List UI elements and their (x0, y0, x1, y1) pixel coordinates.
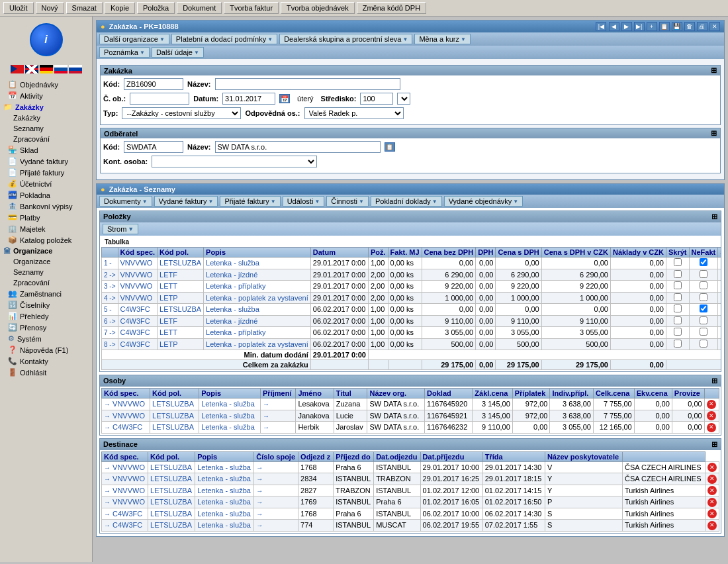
nav-prev[interactable]: ◀ (609, 22, 619, 31)
skryt-checkbox[interactable] (674, 293, 682, 301)
skryt-checkbox[interactable] (674, 340, 682, 348)
tab-platebni-podmínky[interactable]: Platební a dodací podmínky ▼ (171, 34, 277, 44)
row-skryt[interactable] (666, 327, 689, 339)
nazev2-input[interactable] (215, 141, 381, 153)
delete-destinace-button[interactable]: ✕ (707, 521, 717, 530)
sidebar-item-kontakty[interactable]: 📞 Kontakty (0, 355, 92, 367)
sidebar-item-ciselniky[interactable]: 🔢 Číselníky (0, 299, 92, 310)
nav-first[interactable]: |◀ (596, 22, 606, 31)
sidebar-item-katalog-polozek[interactable]: 📦 Katalog položek (0, 234, 92, 246)
row-nefakt[interactable] (689, 327, 718, 339)
flag-sk[interactable] (54, 65, 68, 73)
kod2-input[interactable] (124, 141, 183, 153)
sidebar-item-seznamy2[interactable]: Seznamy (0, 267, 92, 277)
kopie-button[interactable]: Kopie (105, 2, 135, 14)
row-skryt[interactable] (666, 338, 689, 350)
skryt-checkbox[interactable] (674, 281, 682, 289)
row-nefakt[interactable] (689, 292, 718, 304)
tab-dalsi-udaje[interactable]: Další údaje ▼ (152, 47, 204, 58)
skryt-checkbox[interactable] (674, 258, 682, 266)
polozka-button[interactable]: Položka (137, 2, 175, 14)
row-skryt[interactable] (666, 292, 689, 304)
sidebar-item-odhlasit[interactable]: 🚪 Odhlásit (0, 367, 92, 378)
row-nefakt[interactable] (689, 315, 718, 327)
destinace-row[interactable]: → VNVVWO LETSLUZBA Letenka - služba → 17… (102, 496, 719, 508)
skryt-checkbox[interactable] (674, 270, 682, 278)
sidebar-item-zamestnanci[interactable]: 👥 Zaměstnanci (0, 288, 92, 299)
row-sumfakt[interactable] (718, 315, 721, 327)
nav-next[interactable]: ▶ (621, 22, 632, 31)
row-skryt[interactable] (666, 269, 689, 281)
sidebar-item-majetek[interactable]: 🏢 Majetek (0, 223, 92, 234)
nefakt-checkbox[interactable] (700, 270, 707, 278)
polozky-row[interactable]: 4 -> VNVVWO LETP Letenka - poplatek za v… (102, 292, 721, 304)
polozky-row[interactable]: 8 -> C4W3FC LETP Letenka - poplatek za v… (102, 338, 721, 350)
novy-button[interactable]: Nový (36, 2, 64, 14)
row-sumfakt[interactable] (718, 327, 721, 339)
stredisko-select[interactable] (397, 93, 410, 105)
sidebar-item-vydane-faktury[interactable]: 📄 Vydané faktury (0, 156, 92, 167)
flag-cz[interactable] (11, 65, 24, 73)
delete-osoba-button[interactable]: ✕ (707, 400, 716, 409)
destinace-row[interactable]: → VNVVWO LETSLUZBA Letenka - služba → 28… (102, 485, 719, 496)
tab-pokladni-doklady[interactable]: Pokladní doklady▼ (371, 196, 442, 207)
skryt-checkbox[interactable] (674, 305, 682, 312)
row-nefakt[interactable] (689, 338, 718, 350)
destinace-row[interactable]: → VNVVWO LETSLUZBA Letenka - služba → 17… (102, 461, 719, 473)
nefakt-checkbox[interactable] (700, 340, 707, 348)
nefakt-checkbox[interactable] (700, 281, 707, 289)
sidebar-item-system[interactable]: ⚙ Systém (0, 333, 92, 344)
osoby-row[interactable]: → VNVVWO LETSLUZBA Letenka - služba → Ja… (102, 410, 719, 422)
sidebar-item-organizace[interactable]: 🏛 Organizace (0, 246, 92, 256)
tab-udalosti[interactable]: Události▼ (283, 196, 325, 207)
tab-dokumenty[interactable]: Dokumenty▼ (99, 196, 152, 207)
smazat-button[interactable]: Smazat (66, 2, 103, 14)
odberatel-expand-icon[interactable]: ⊞ (711, 129, 717, 138)
nefakt-checkbox[interactable] (700, 316, 707, 324)
polozky-row[interactable]: 5 - C4W3FC LETSLUZBA Letenka - služba 06… (102, 304, 721, 316)
typ-select[interactable]: --Zakázky - cestovní služby (122, 107, 241, 119)
row-nefakt[interactable] (689, 281, 718, 293)
tab-vydane-faktury[interactable]: Vydané faktury▼ (154, 196, 218, 207)
nazev-input[interactable] (215, 78, 400, 90)
nav-close[interactable]: ✕ (709, 22, 720, 31)
sidebar-item-prehledy[interactable]: 📊 Přehledy (0, 310, 92, 322)
delete-destinace-button[interactable]: ✕ (707, 509, 717, 518)
tab-prijate-faktury[interactable]: Přijaté faktury▼ (220, 196, 280, 207)
tvorba-objednavek-button[interactable]: Tvorba objednávek (281, 2, 355, 14)
destinace-row[interactable]: → C4W3FC LETSLUZBA Letenka - služba → 17… (102, 508, 719, 520)
tab-cinnosti[interactable]: Činnosti▼ (326, 196, 369, 207)
row-skryt[interactable] (666, 281, 689, 293)
nav-print[interactable]: 🖨 (697, 22, 707, 31)
nefakt-checkbox[interactable] (700, 328, 707, 336)
sidebar-item-zakazky[interactable]: 📁 Zakázky (0, 101, 92, 113)
sidebar-item-zpracovani[interactable]: Zpracování (0, 134, 92, 144)
stredisko-input[interactable] (360, 93, 393, 105)
polozky-row[interactable]: 6 -> C4W3FC LETF Letenka - jízdné 06.02.… (102, 315, 721, 327)
sidebar-item-aktivity[interactable]: 📅 Aktivity (0, 90, 92, 101)
polozky-expand[interactable]: ⊞ (711, 212, 717, 221)
delete-destinace-button[interactable]: ✕ (707, 475, 717, 484)
row-sumfakt[interactable] (718, 269, 721, 281)
tab-dalsi-organizace[interactable]: Další organizace ▼ (99, 34, 169, 44)
destinace-expand[interactable]: ⊞ (711, 440, 717, 449)
datum-input[interactable] (222, 93, 275, 105)
tab-dealerska[interactable]: Dealerská skupina a procentní sleva ▼ (279, 34, 412, 44)
tab-mena[interactable]: Měna a kurz ▼ (414, 34, 470, 44)
zmena-kodu-dph-button[interactable]: Změna kódů DPH (357, 2, 426, 14)
sidebar-item-zakazky-sub[interactable]: Zakázky (0, 113, 92, 123)
sidebar-item-prenosy[interactable]: 🔄 Přenosy (0, 322, 92, 333)
delete-destinace-button[interactable]: ✕ (707, 498, 717, 507)
row-sumfakt[interactable] (718, 338, 721, 350)
nazev2-browse-btn[interactable]: 📋 (385, 142, 395, 152)
nefakt-checkbox[interactable] (700, 305, 707, 312)
sidebar-item-ucetnictvi[interactable]: 💰 Účetnictví (0, 178, 92, 189)
odp-os-select[interactable]: Valeš Radek p. (304, 107, 404, 119)
flag-de[interactable] (40, 65, 53, 73)
kod-input[interactable] (124, 78, 183, 90)
c-ob-input[interactable] (130, 93, 189, 105)
row-nefakt[interactable] (689, 269, 718, 281)
row-skryt[interactable] (666, 315, 689, 327)
skryt-checkbox[interactable] (674, 328, 682, 336)
calendar-btn[interactable]: 📅 (279, 94, 290, 103)
